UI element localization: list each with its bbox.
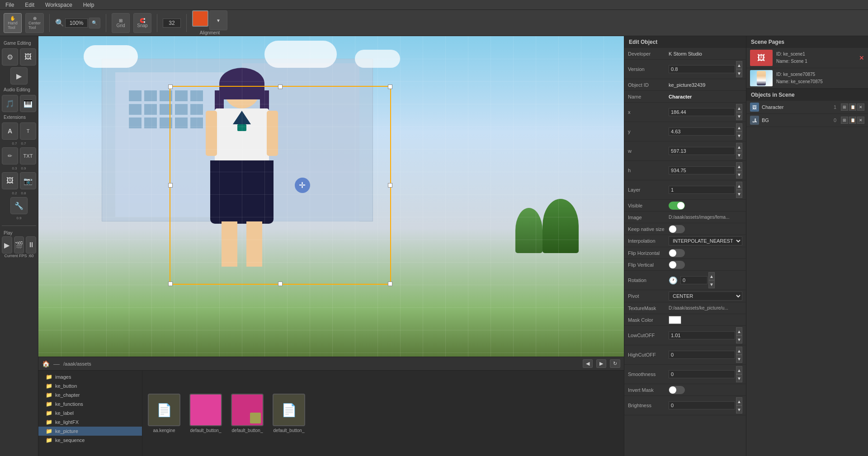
ext-draw-icon[interactable]: ✏ [2, 147, 18, 165]
scene-delete-1[interactable]: ✕ [859, 54, 864, 61]
w-up-button[interactable]: ▲ [736, 143, 742, 151]
rotation-down-button[interactable]: ▼ [708, 280, 715, 288]
ext-camera-icon[interactable]: 📷 [20, 172, 36, 189]
home-icon[interactable]: 🏠 [42, 360, 50, 367]
visible-toggle[interactable] [669, 202, 685, 210]
handle-br[interactable] [388, 282, 392, 286]
bg-action-1[interactable]: ⊞ [841, 117, 848, 124]
move-handle[interactable]: ✛ [295, 178, 310, 193]
tree-item-images[interactable]: 📁 images [38, 372, 142, 381]
version-up-button[interactable]: ▲ [736, 61, 742, 69]
brightness-up-button[interactable]: ▲ [736, 397, 742, 405]
w-down-button[interactable]: ▼ [736, 151, 742, 159]
nav-refresh-button[interactable]: ↻ [610, 359, 620, 368]
flip-v-toggle[interactable] [669, 261, 685, 269]
rotation-input[interactable] [680, 276, 708, 284]
x-down-button[interactable]: ▼ [736, 112, 742, 120]
x-up-button[interactable]: ▲ [736, 104, 742, 112]
hand-tool-button[interactable]: ✋ HandTool [4, 13, 22, 33]
menu-workspace[interactable]: Workspace [43, 2, 74, 8]
bg-action-3[interactable]: ✕ [857, 117, 864, 124]
ext-img-icon[interactable]: 🖼 [2, 172, 18, 189]
tree-item-ke-picture[interactable]: 📁 ke_picture [38, 427, 142, 436]
layer-up-button[interactable]: ▲ [736, 182, 742, 190]
nav-forward-button[interactable]: ▶ [596, 359, 606, 368]
menu-file[interactable]: File [4, 2, 16, 8]
menu-help[interactable]: Help [81, 2, 96, 8]
rotation-up-button[interactable]: ▲ [708, 272, 715, 280]
h-input[interactable] [669, 166, 735, 174]
play-button[interactable]: ▶ [2, 236, 12, 254]
low-cut-input[interactable] [669, 331, 735, 339]
version-input[interactable] [669, 65, 735, 73]
game-play-icon[interactable]: ▶ [10, 67, 28, 85]
tree-item-ke-functions[interactable]: 📁 ke_functions [38, 400, 142, 409]
h-down-button[interactable]: ▼ [736, 170, 742, 179]
game-assets-icon[interactable]: 🖼 [20, 48, 36, 66]
layer-down-button[interactable]: ▼ [736, 190, 742, 198]
asset-item-3[interactable]: 📄 default_button_ [271, 394, 307, 433]
y-input[interactable] [669, 127, 735, 136]
high-cut-up-button[interactable]: ▲ [736, 347, 742, 355]
char-action-1[interactable]: ⊞ [841, 103, 848, 111]
audio-wave-icon[interactable]: 🎵 [2, 95, 18, 112]
high-cut-input[interactable] [669, 351, 735, 359]
canvas-area[interactable]: ✛ [38, 36, 624, 357]
ext-text2-icon[interactable]: T [20, 122, 36, 140]
grid-button[interactable]: ⊞ Grid [112, 13, 130, 33]
y-down-button[interactable]: ▼ [736, 132, 742, 140]
smoothness-up-button[interactable]: ▲ [736, 366, 742, 374]
smoothness-input[interactable] [669, 370, 735, 378]
x-input[interactable] [669, 108, 735, 116]
snap-button[interactable]: 🧲 Snap [133, 13, 151, 33]
play-film-button[interactable]: 🎬 [14, 236, 24, 254]
w-input[interactable] [669, 147, 735, 155]
scene-item-2[interactable]: ID: ke_scene70875 Name: ke_scene70875 [746, 68, 868, 89]
tree-item-ke-sequence[interactable]: 📁 ke_sequence [38, 436, 142, 445]
bg-action-2[interactable]: 📋 [849, 117, 856, 124]
game-settings-icon[interactable]: ⚙ [2, 48, 18, 66]
low-cut-up-button[interactable]: ▲ [736, 327, 742, 335]
interpolation-select[interactable]: INTERPOLATE_NEAREST INTERPOLATE_LINEAR [669, 236, 742, 245]
layer-input[interactable] [669, 186, 735, 194]
brightness-down-button[interactable]: ▼ [736, 405, 742, 414]
low-cut-down-button[interactable]: ▼ [736, 335, 742, 343]
ext-text-icon[interactable]: A [2, 122, 18, 140]
handle-tr[interactable] [388, 85, 392, 89]
brightness-input[interactable] [669, 401, 735, 409]
frame-input[interactable] [163, 19, 181, 28]
asset-item-1[interactable]: default_button_ [188, 394, 224, 433]
ext-tool-icon[interactable]: 🔧 [10, 197, 28, 214]
char-action-3[interactable]: ✕ [857, 103, 864, 111]
char-action-2[interactable]: 📋 [849, 103, 856, 111]
center-tool-button[interactable]: ⊕ CenterTool [25, 13, 44, 33]
color-picker-button[interactable] [192, 10, 208, 27]
asset-item-2[interactable]: default_button_ [229, 394, 265, 433]
pivot-select[interactable]: CENTER TOP_LEFT TOP_RIGHT BOTTOM_LEFT BO… [669, 291, 742, 301]
y-up-button[interactable]: ▲ [736, 123, 742, 132]
tree-item-ke-button[interactable]: 📁 ke_button [38, 381, 142, 390]
high-cut-down-button[interactable]: ▼ [736, 355, 742, 363]
tree-item-ke-chapter[interactable]: 📁 ke_chapter [38, 390, 142, 400]
scene-item-1[interactable]: 🖼 ID: ke_scene1 Name: Scene 1 ✕ [746, 48, 868, 68]
obj-item-bg[interactable]: 🏞 BG 0 ⊞ 📋 ✕ [746, 114, 868, 127]
audio-piano-icon[interactable]: 🎹 [20, 95, 36, 112]
ext-txt-icon[interactable]: TXT [20, 147, 36, 165]
keep-native-toggle[interactable] [669, 225, 685, 233]
tree-item-ke-label[interactable]: 📁 ke_label [38, 409, 142, 418]
menu-edit[interactable]: Edit [23, 2, 36, 8]
h-up-button[interactable]: ▲ [736, 162, 742, 170]
version-down-button[interactable]: ▼ [736, 69, 742, 77]
nav-back-button[interactable]: ◀ [583, 359, 593, 368]
play-stop-button[interactable]: ⏸ [26, 236, 36, 254]
invert-mask-toggle[interactable] [669, 386, 685, 394]
obj-item-character[interactable]: 🖼 Character 1 ⊞ 📋 ✕ [746, 101, 868, 114]
handle-mr[interactable] [388, 183, 392, 188]
mask-color-swatch[interactable] [669, 316, 681, 324]
handle-bm[interactable] [278, 282, 283, 286]
asset-item-0[interactable]: 📄 aa.kengine [146, 394, 182, 433]
alignment-dropdown[interactable]: ▼ [209, 10, 227, 30]
handle-bl[interactable] [168, 282, 173, 286]
tree-item-ke-lightfx[interactable]: 📁 ke_lightFX [38, 418, 142, 427]
zoom-out-button[interactable]: 🔍 [89, 18, 100, 28]
